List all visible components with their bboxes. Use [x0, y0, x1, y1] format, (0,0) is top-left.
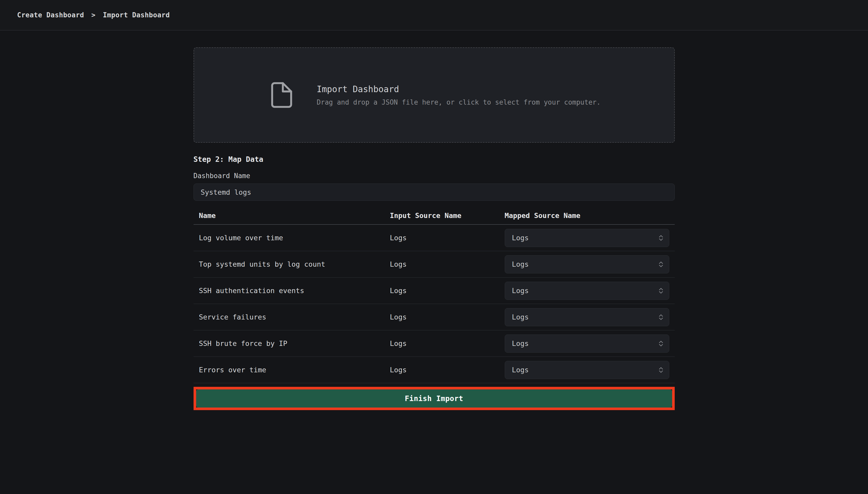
row-name: Log volume over time [193, 234, 390, 242]
row-input-source: Logs [390, 366, 505, 374]
header-input-source: Input Source Name [390, 211, 505, 220]
table-row: SSH authentication eventsLogsLogs [193, 278, 675, 304]
finish-import-button[interactable]: Finish Import [196, 390, 672, 407]
mapped-source-select-value: Logs [512, 339, 529, 347]
mapped-source-select-value: Logs [512, 313, 529, 321]
row-name: SSH authentication events [193, 287, 390, 294]
table-row: Top systemd units by log countLogsLogs [193, 251, 675, 278]
chevrons-up-down-icon [657, 286, 665, 295]
file-dropzone[interactable]: Import Dashboard Drag and drop a JSON fi… [193, 48, 675, 142]
mapped-source-select[interactable]: Logs [505, 335, 669, 353]
dashboard-name-input[interactable] [193, 184, 675, 201]
mapped-source-select[interactable]: Logs [505, 255, 669, 273]
chevrons-up-down-icon [657, 366, 665, 374]
chevrons-up-down-icon [657, 233, 665, 242]
file-icon [267, 81, 296, 109]
chevrons-up-down-icon [657, 313, 665, 322]
row-name: Errors over time [193, 366, 390, 374]
step-heading: Step 2: Map Data [193, 155, 675, 164]
header-name: Name [193, 211, 390, 220]
dropzone-text: Import Dashboard Drag and drop a JSON fi… [317, 84, 601, 106]
mapped-source-select-value: Logs [512, 234, 529, 242]
mapped-source-select-value: Logs [512, 366, 529, 374]
row-name: Top systemd units by log count [193, 260, 390, 268]
chevrons-up-down-icon [657, 339, 665, 348]
topbar: Create Dashboard > Import Dashboard [0, 0, 868, 31]
mapped-source-select[interactable]: Logs [505, 229, 669, 247]
mapped-source-select-value: Logs [512, 287, 529, 294]
mapped-source-select[interactable]: Logs [505, 282, 669, 300]
breadcrumb-item-create-dashboard[interactable]: Create Dashboard [17, 11, 84, 19]
mapped-source-select-value: Logs [512, 260, 529, 268]
row-input-source: Logs [390, 313, 505, 321]
action-highlight-box: Finish Import [193, 387, 675, 410]
dropzone-title: Import Dashboard [317, 84, 601, 94]
mapping-table-body: Log volume over timeLogsLogsTop systemd … [193, 225, 675, 383]
mapped-source-select[interactable]: Logs [505, 308, 669, 326]
dropzone-subtitle: Drag and drop a JSON file here, or click… [317, 98, 601, 106]
table-row: Errors over timeLogsLogs [193, 357, 675, 383]
table-row: Service failuresLogsLogs [193, 304, 675, 330]
breadcrumb-separator: > [91, 11, 96, 19]
table-row: SSH brute force by IPLogsLogs [193, 330, 675, 357]
dashboard-name-label: Dashboard Name [193, 172, 675, 180]
import-dashboard-page: Import Dashboard Drag and drop a JSON fi… [193, 31, 675, 410]
table-row: Log volume over timeLogsLogs [193, 225, 675, 251]
chevrons-up-down-icon [657, 260, 665, 269]
mapped-source-select[interactable]: Logs [505, 361, 669, 379]
header-mapped-source: Mapped Source Name [505, 211, 675, 220]
row-name: SSH brute force by IP [193, 339, 390, 347]
table-header-row: Name Input Source Name Mapped Source Nam… [193, 201, 675, 225]
row-input-source: Logs [390, 260, 505, 268]
breadcrumb: Create Dashboard > Import Dashboard [17, 11, 170, 19]
row-input-source: Logs [390, 287, 505, 294]
row-name: Service failures [193, 313, 390, 321]
row-input-source: Logs [390, 234, 505, 242]
mapping-table: Name Input Source Name Mapped Source Nam… [193, 201, 675, 383]
breadcrumb-item-import-dashboard[interactable]: Import Dashboard [103, 11, 170, 19]
row-input-source: Logs [390, 339, 505, 347]
